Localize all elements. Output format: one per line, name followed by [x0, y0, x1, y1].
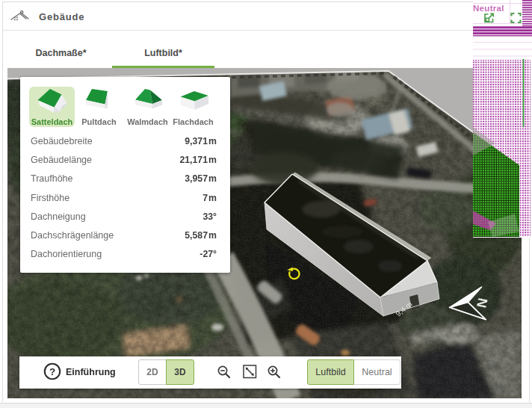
svg-text:Neutral: Neutral	[473, 4, 504, 13]
svg-text:?: ?	[49, 366, 55, 377]
